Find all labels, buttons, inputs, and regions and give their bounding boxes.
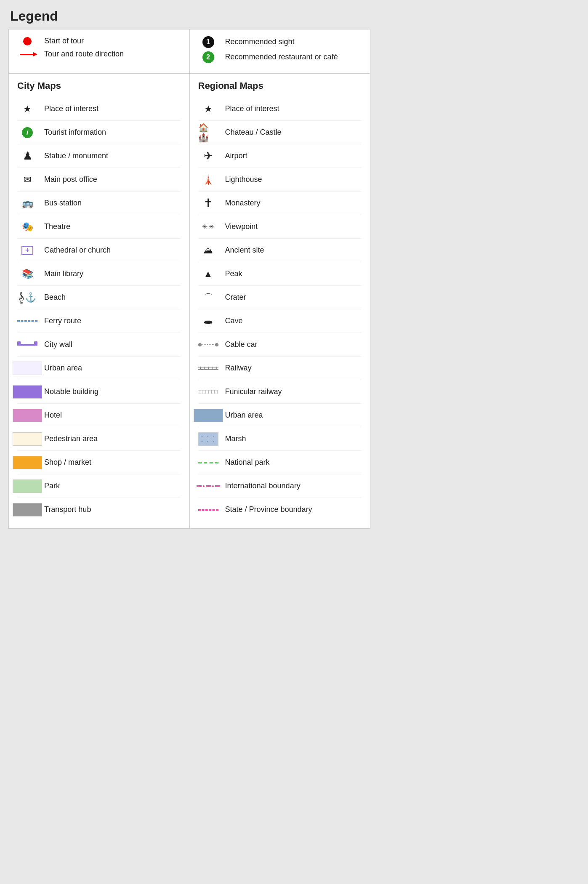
city-hotel-swatch	[17, 409, 37, 422]
regional-place-of-interest: ★ Place of interest	[198, 97, 362, 121]
city-theatre: 🎭 Theatre	[17, 215, 181, 239]
city-place-of-interest: ★ Place of interest	[17, 97, 181, 121]
regional-cable-car-icon	[198, 343, 218, 346]
regional-urban-swatch	[198, 409, 218, 422]
city-shop: Shop / market	[17, 451, 181, 474]
city-hotel-label: Hotel	[44, 410, 62, 420]
regional-ancient-label: Ancient site	[225, 245, 264, 255]
regional-castle: 🏠🏰 Chateau / Castle	[198, 121, 362, 144]
regional-national-park-icon	[198, 462, 218, 463]
bottom-section: City Maps ★ Place of interest i Tourist …	[8, 74, 370, 529]
city-pedestrian-label: Pedestrian area	[44, 434, 98, 444]
regional-urban-label: Urban area	[225, 410, 263, 420]
city-statue-icon: ♟	[17, 149, 37, 162]
city-beach-label: Beach	[44, 293, 66, 302]
recommended-sight-row: 1 Recommended sight	[198, 36, 362, 48]
regional-funicular-label: Funicular railway	[225, 387, 282, 397]
regional-crater: ⌒ Crater	[198, 286, 362, 309]
regional-intl-boundary-icon	[198, 485, 218, 487]
city-place-label: Place of interest	[44, 104, 98, 114]
city-theatre-label: Theatre	[44, 222, 70, 232]
city-post-label: Main post office	[44, 175, 97, 184]
regional-state-boundary: State / Province boundary	[198, 498, 362, 522]
regional-airport-icon: ✈	[198, 149, 218, 162]
regional-railway-label: Railway	[225, 363, 252, 373]
regional-place-label: Place of interest	[225, 104, 279, 114]
regional-lighthouse: 🗼 Lighthouse	[198, 168, 362, 192]
regional-monastery: ✝ Monastery	[198, 192, 362, 215]
regional-star-icon: ★	[198, 104, 218, 114]
city-cathedral: + Cathedral or church	[17, 239, 181, 262]
regional-peak-label: Peak	[225, 269, 242, 279]
city-maps-title: City Maps	[17, 80, 181, 91]
city-shop-swatch	[17, 456, 37, 469]
regional-state-boundary-icon	[198, 509, 218, 511]
city-transport-swatch	[17, 503, 37, 517]
regional-marsh: Marsh	[198, 427, 362, 451]
city-library-label: Main library	[44, 269, 83, 279]
regional-crater-label: Crater	[225, 293, 246, 302]
city-transport-label: Transport hub	[44, 505, 91, 514]
city-urban-area: Urban area	[17, 357, 181, 380]
regional-maps-column: Regional Maps ★ Place of interest 🏠🏰 Cha…	[190, 74, 370, 528]
regional-castle-icon: 🏠🏰	[198, 122, 218, 143]
city-library-icon: 📚	[17, 269, 37, 280]
city-wall-label: City wall	[44, 340, 72, 349]
regional-marsh-label: Marsh	[225, 434, 246, 444]
regional-national-park-label: National park	[225, 458, 270, 467]
regional-airport-label: Airport	[225, 151, 247, 161]
city-park-label: Park	[44, 481, 60, 491]
city-park: Park	[17, 474, 181, 498]
city-beach-icon: 𝄞 ⚓	[17, 292, 37, 304]
regional-marsh-swatch	[198, 432, 218, 446]
legend-title: Legend	[8, 8, 370, 24]
city-library: 📚 Main library	[17, 262, 181, 286]
regional-railway-icon	[198, 365, 218, 371]
top-left-panel: Start of tour Tour and route direction	[9, 29, 190, 73]
city-pedestrian: Pedestrian area	[17, 427, 181, 451]
city-bus-icon: 🚌	[17, 198, 37, 209]
city-hotel: Hotel	[17, 404, 181, 427]
city-urban-swatch	[17, 362, 37, 375]
regional-monastery-icon: ✝	[198, 196, 218, 210]
regional-viewpoint-icon: ✳✳	[198, 223, 218, 231]
regional-national-park: National park	[198, 451, 362, 474]
regional-state-boundary-label: State / Province boundary	[225, 505, 312, 514]
city-urban-label: Urban area	[44, 363, 82, 373]
regional-castle-label: Chateau / Castle	[225, 128, 282, 137]
regional-cave-icon: 🕳	[198, 316, 218, 327]
city-park-swatch	[17, 479, 37, 493]
recommended-restaurant-icon: 2	[198, 51, 218, 63]
regional-lighthouse-label: Lighthouse	[225, 175, 262, 184]
city-tourist-label: Tourist information	[44, 128, 106, 137]
regional-viewpoint: ✳✳ Viewpoint	[198, 215, 362, 239]
city-envelope-icon: ✉	[17, 174, 37, 185]
city-church-icon: +	[17, 246, 37, 255]
regional-ancient-site: ⛰ Ancient site	[198, 239, 362, 262]
regional-cave-label: Cave	[225, 316, 243, 326]
regional-ancient-icon: ⛰	[198, 245, 218, 256]
city-shop-label: Shop / market	[44, 458, 91, 467]
city-transport-hub: Transport hub	[17, 498, 181, 522]
red-dot-icon	[17, 37, 37, 45]
city-bus-label: Bus station	[44, 198, 82, 208]
regional-cable-car: Cable car	[198, 333, 362, 357]
regional-maps-title: Regional Maps	[198, 80, 362, 91]
city-wall-icon	[17, 344, 37, 346]
city-ferry: Ferry route	[17, 309, 181, 333]
regional-peak-icon: ▲	[198, 269, 218, 280]
recommended-restaurant-label: Recommended restaurant or café	[225, 52, 338, 62]
regional-intl-boundary-label: International boundary	[225, 481, 301, 491]
regional-peak: ▲ Peak	[198, 262, 362, 286]
city-bus-station: 🚌 Bus station	[17, 192, 181, 215]
regional-airport: ✈ Airport	[198, 144, 362, 168]
city-wall-row: City wall	[17, 333, 181, 357]
city-notable-building: Notable building	[17, 380, 181, 404]
top-right-panel: 1 Recommended sight 2 Recommended restau…	[190, 29, 370, 73]
regional-funicular-icon	[198, 389, 218, 395]
city-statue-label: Statue / monument	[44, 151, 108, 161]
city-ferry-icon	[17, 320, 37, 322]
start-of-tour-label: Start of tour	[44, 36, 84, 46]
city-tourist-info: i Tourist information	[17, 121, 181, 144]
city-cathedral-label: Cathedral or church	[44, 245, 111, 255]
